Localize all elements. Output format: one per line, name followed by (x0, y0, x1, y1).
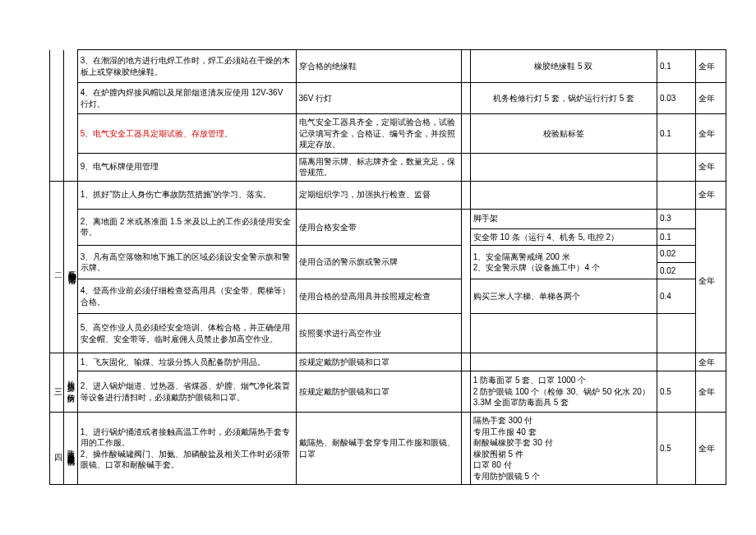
amount-cell: 0.03 (657, 83, 695, 114)
period-cell: 全年 (696, 153, 726, 181)
mid-cell (462, 114, 471, 154)
period-cell: 全年 (696, 371, 726, 413)
period-cell: 全年 (696, 50, 726, 83)
standard-cell: 按规定戴防护眼镜和口罩 (296, 353, 462, 371)
amount-cell: 0.5 (657, 371, 695, 413)
material-cell (470, 314, 657, 353)
amount-cell (657, 353, 695, 371)
standard-cell: 定期组织学习，加强执行检查、监督 (296, 181, 462, 209)
section-category-4: 防止高温烫伤及穿酸碱烧伤 (63, 413, 77, 485)
section-index-2: 二 (50, 181, 64, 353)
mid-cell (462, 83, 471, 114)
item-cell: 4、在炉膛内焊接风帽以及尾部烟道清灰应使用 12V-36V 行灯。 (77, 83, 296, 114)
amount-cell: 0.3 (657, 209, 695, 228)
item-cell: 1、进行锅炉捅渣或者接触高温工作时，必须戴隔热手套专用的工作服。 2、操作酸碱罐… (77, 413, 296, 485)
amount-cell: 0.1 (657, 228, 695, 246)
standard-cell: 戴隔热、耐酸碱手套穿专用工作服和眼镜、口罩 (296, 413, 462, 485)
material-cell: 机务检修行灯 5 套，锅炉运行行灯 5 套 (470, 83, 657, 114)
material-cell: 橡胶绝缘鞋 5 双 (470, 50, 657, 83)
standard-cell: 使用合适的警示旗或警示牌 (296, 246, 462, 279)
item-cell-highlight: 5、电气安全工器具定期试验、存放管理。 (77, 114, 296, 154)
amount-cell: 0.02 (657, 246, 695, 263)
material-cell (470, 153, 657, 181)
material-cell: 1、安全隔离警戒绳 200 米 2、安全警示牌（设备施工中）4 个 (470, 246, 657, 279)
amount-cell: 0.1 (657, 50, 695, 83)
item-cell: 5、高空作业人员必须经安全培训、体检合格，并正确使用安全帽、安全带等。临时雇佣人… (77, 314, 296, 353)
safety-measures-table: 3、在潮湿的地方进行电焊工作时，焊工必须站在干燥的木板上或穿橡胶绝缘鞋。 穿合格… (49, 49, 726, 485)
standard-cell: 36V 行灯 (296, 83, 462, 114)
category-cell-cont (63, 50, 77, 182)
section-index-4: 四 (50, 413, 64, 485)
amount-cell (657, 314, 695, 353)
material-cell: 校验贴标签 (470, 114, 657, 154)
index-cell-cont (50, 50, 64, 182)
period-cell: 全年 (696, 413, 726, 485)
material-cell: 1 防毒面罩 5 套、口罩 1000 个 2 防护眼镜 100 个（检修 30、… (470, 371, 657, 413)
amount-cell (657, 153, 695, 181)
mid-cell (462, 153, 471, 181)
period-cell: 全年 (696, 83, 726, 114)
item-cell: 1、抓好"防止人身伤亡事故防范措施"的学习、落实。 (77, 181, 296, 209)
period-cell: 全年 (696, 114, 726, 154)
amount-cell: 0.02 (657, 262, 695, 279)
mid-cell (462, 371, 471, 413)
amount-cell: 0.4 (657, 279, 695, 314)
standard-cell: 按照要求进行高空作业 (296, 314, 462, 353)
item-cell: 3、凡有高空落物和地下施工的区域必须设安全警示旗和警示牌。 (77, 246, 296, 279)
material-cell: 安全带 10 条（运行 4、机务 5, 电控 2） (470, 228, 657, 246)
period-cell: 全年 (696, 181, 726, 209)
section-category-3: 粉止污尘染肺、矽病防 (63, 353, 77, 413)
amount-cell: 0.5 (657, 413, 695, 485)
item-cell: 4、登高作业前必须仔细检查登高用具（安全带、爬梯等）合格。 (77, 279, 296, 314)
item-cell: 9、电气标牌使用管理 (77, 153, 296, 181)
item-cell: 3、在潮湿的地方进行电焊工作时，焊工必须站在干燥的木板上或穿橡胶绝缘鞋。 (77, 50, 296, 83)
standard-cell: 隔离用警示牌、标志牌齐全，数量充足，保管规范。 (296, 153, 462, 181)
amount-cell (657, 181, 695, 209)
period-cell: 全年 (696, 209, 726, 353)
mid-cell (462, 353, 471, 371)
material-cell (470, 181, 657, 209)
mid-cell (462, 181, 471, 209)
mid-cell (462, 209, 471, 353)
standard-cell: 穿合格的绝缘鞋 (296, 50, 462, 83)
material-cell: 脚手架 (470, 209, 657, 228)
item-cell: 1、飞灰固化、输煤、垃圾分拣人员配备防护用品。 (77, 353, 296, 371)
amount-cell: 0.1 (657, 114, 695, 154)
section-category-2: 高坠和物防空落落 (63, 181, 77, 353)
standard-cell: 使用合格的登高用具并按照规定检查 (296, 279, 462, 314)
standard-cell: 使用合格安全带 (296, 209, 462, 246)
section-index-3: 三 (50, 353, 64, 413)
mid-cell (462, 50, 471, 83)
item-cell: 2、离地面 2 米或基准面 1.5 米及以上的工作必须使用安全带。 (77, 209, 296, 246)
standard-cell: 按规定戴防护眼镜和口罩 (296, 371, 462, 413)
material-cell: 隔热手套 300 付 专用工作服 40 套 耐酸碱橡胶手套 30 付 橡胶围裙 … (470, 413, 657, 485)
mid-cell (462, 413, 471, 485)
material-cell (470, 353, 657, 371)
material-cell: 购买三米人字梯、单梯各两个 (470, 279, 657, 314)
period-cell: 全年 (696, 353, 726, 371)
item-cell: 2、进入锅炉烟道、过热器、省煤器、炉膛、烟气净化装置等设备进行清扫时，必须戴防护… (77, 371, 296, 413)
standard-cell: 电气安全工器具齐全，定期试验合格，试验记录填写齐全，合格证、编号齐全，并按照规定… (296, 114, 462, 154)
